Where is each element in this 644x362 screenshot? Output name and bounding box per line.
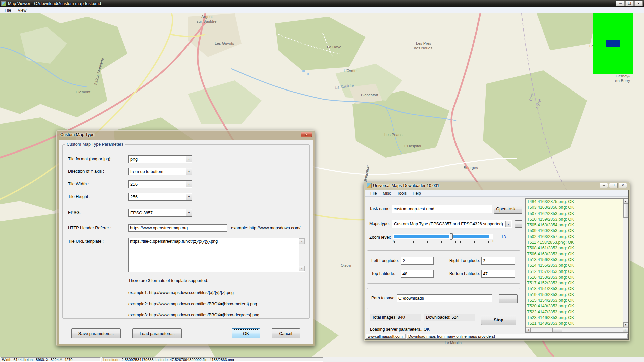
- log-line: T515 4154/2853.png: OK: [527, 298, 623, 303]
- total-images-text: Total images: 840: [370, 314, 421, 321]
- template-textarea[interactable]: https://tile-c.openstreetmap.fr/hot/{z}/…: [130, 239, 298, 271]
- chevron-down-icon[interactable]: ▼: [186, 209, 192, 216]
- website-text: www.allmapsoft.com: [366, 334, 406, 339]
- tagline-text: Download maps from many online maps prov…: [407, 334, 628, 339]
- main-statusbar: Width=6144,Height=8960, X=3224,Y=4270 Lo…: [0, 357, 644, 362]
- log-horizontal-scrollbar[interactable]: ◄ ►: [526, 327, 628, 332]
- path-to-save-input[interactable]: [397, 294, 492, 302]
- scroll-up-icon[interactable]: ▲: [623, 199, 628, 204]
- stop-button[interactable]: Stop: [481, 315, 516, 325]
- umd-minimize-button[interactable]: ─: [600, 183, 608, 188]
- menu-file[interactable]: File: [2, 8, 14, 13]
- dialog-title: Custom Map Type: [60, 132, 94, 137]
- umd-statusbar: www.allmapsoft.com Download maps from ma…: [365, 334, 628, 339]
- log-line: T521 4148/2853.png: OK: [527, 321, 623, 326]
- umd-menu-tools[interactable]: Tools: [394, 191, 410, 196]
- referer-example-text: example: http://www.mapsdown.com/: [231, 226, 300, 230]
- zoom-level-value: 13: [501, 234, 506, 239]
- save-parameters-button[interactable]: Save parameters...: [71, 328, 121, 338]
- umd-menu-misc[interactable]: Misc: [380, 191, 394, 196]
- download-log-listbox[interactable]: T484 4163/2875.png: OKT503 4163/2856.png…: [525, 198, 628, 333]
- chevron-down-icon[interactable]: ▼: [186, 168, 192, 175]
- epsg-combo[interactable]: EPSG:3857 ▼: [128, 209, 192, 217]
- chevron-down-icon[interactable]: ▼: [186, 181, 192, 187]
- maximize-button[interactable]: ❐: [625, 1, 634, 6]
- menu-view[interactable]: View: [15, 8, 29, 13]
- scroll-up-icon[interactable]: ▲: [299, 238, 305, 244]
- left-longitude-input[interactable]: [401, 257, 434, 265]
- top-latitude-input[interactable]: [401, 270, 434, 278]
- cancel-button[interactable]: Cancel: [272, 328, 300, 338]
- template-example3: example3: http://www.mapsdown.com/tiles/…: [128, 313, 259, 317]
- log-vertical-scrollbar[interactable]: ▲ ▼: [623, 199, 628, 327]
- overview-viewport-rect: [606, 40, 620, 47]
- load-parameters-button[interactable]: Load parameters...: [132, 328, 182, 338]
- browse-path-button[interactable]: ...: [499, 294, 518, 303]
- tile-width-label: Tile Width :: [68, 182, 89, 186]
- bottom-latitude-input[interactable]: [481, 270, 515, 278]
- task-name-label: Task name:: [369, 206, 391, 211]
- app-icon: [1, 1, 6, 6]
- left-longitude-label: Left Longitude:: [371, 258, 399, 263]
- log-line: T511 4158/2853.png: OK: [527, 240, 623, 245]
- log-line: T518 4151/2853.png: OK: [527, 286, 623, 292]
- tile-height-label: Tile Height :: [68, 194, 90, 199]
- desktop: Argent-sur-SauldreLes GuyotsLa HayeLes P…: [0, 0, 644, 362]
- umd-app-icon: [367, 183, 372, 188]
- log-line: T510 4159/2853.png: OK: [527, 217, 623, 222]
- scrollbar-thumb[interactable]: [623, 204, 628, 218]
- scroll-down-icon[interactable]: ▼: [299, 266, 305, 272]
- main-titlebar: Map Viewer - C:\downloads\custom-map-tes…: [0, 0, 644, 7]
- map-label: L'Hospital: [404, 144, 421, 148]
- map-label: en-Berry: [615, 79, 630, 83]
- log-line: T513 4156/2853.png: OK: [527, 257, 623, 263]
- open-task-button[interactable]: Open task ...: [494, 205, 522, 214]
- template-example2: example2: http://www.mapsdown.com/tiles/…: [128, 302, 257, 306]
- umd-menu-file[interactable]: File: [367, 191, 380, 196]
- template-scrollbar[interactable]: ▲ ▼: [299, 238, 305, 272]
- custom-map-type-dialog: Custom Map Type ✕ Custom Map Type Parame…: [56, 130, 315, 346]
- scroll-left-icon[interactable]: ◄: [526, 328, 531, 332]
- map-label: Les Peans: [384, 133, 403, 137]
- minimize-button[interactable]: ─: [616, 1, 625, 6]
- umd-close-button[interactable]: ✕: [619, 183, 627, 188]
- tile-width-combo[interactable]: 256 ▼: [128, 180, 192, 188]
- epsg-label: EPSG:: [68, 210, 81, 215]
- umd-menubar: File Misc Tools Help: [365, 190, 628, 197]
- slider-thumb[interactable]: [450, 233, 453, 240]
- log-line: T505 4163/2854.png: OK: [527, 222, 623, 228]
- referer-input[interactable]: [128, 224, 227, 232]
- tile-height-combo[interactable]: 256 ▼: [128, 193, 192, 201]
- umd-maximize-button[interactable]: ❐: [609, 183, 618, 188]
- chevron-down-icon[interactable]: ▼: [505, 221, 511, 227]
- map-label: La Haye: [327, 45, 341, 49]
- log-line: T506 4163/2853.png: OK: [527, 251, 623, 257]
- scroll-down-icon[interactable]: ▼: [623, 322, 628, 327]
- y-axis-combo[interactable]: from up to bottom ▼: [128, 168, 192, 175]
- scroll-right-icon[interactable]: ►: [623, 328, 628, 332]
- log-line: T484 4163/2875.png: OK: [527, 199, 623, 205]
- zoom-level-label: Zoom level:: [369, 235, 391, 240]
- template-label: Tile URL template :: [68, 239, 104, 244]
- maps-type-combo[interactable]: Custom Map Type (EPSG3857 and EPSG4326 s…: [392, 220, 512, 228]
- map-label: Cernoy-: [616, 74, 630, 78]
- task-name-input[interactable]: [392, 205, 492, 213]
- close-button[interactable]: ✕: [634, 1, 643, 6]
- log-line: T514 4155/2853.png: OK: [527, 263, 623, 268]
- ok-button[interactable]: OK: [232, 328, 260, 338]
- map-label: Le Moulin: [445, 341, 462, 345]
- log-line: T509 4160/2853.png: OK: [527, 228, 623, 234]
- chevron-down-icon[interactable]: ▼: [186, 194, 192, 200]
- umd-window: Universal Maps Downloader 10.001 ─ ❐ ✕ F…: [364, 182, 630, 341]
- dialog-close-button[interactable]: ✕: [301, 132, 312, 137]
- umd-menu-help[interactable]: Help: [410, 191, 424, 196]
- tile-format-combo[interactable]: png ▼: [128, 155, 192, 163]
- log-line: T520 4149/2853.png: OK: [527, 303, 623, 309]
- top-latitude-label: Top Latitude:: [371, 271, 395, 276]
- zoom-level-slider[interactable]: [393, 234, 493, 239]
- right-longitude-input[interactable]: [481, 257, 515, 265]
- maps-type-more-button[interactable]: ...: [515, 220, 522, 228]
- scrollbar-thumb[interactable]: [552, 328, 562, 332]
- log-line: T507 4162/2853.png: OK: [527, 211, 623, 217]
- chevron-down-icon[interactable]: ▼: [186, 156, 192, 162]
